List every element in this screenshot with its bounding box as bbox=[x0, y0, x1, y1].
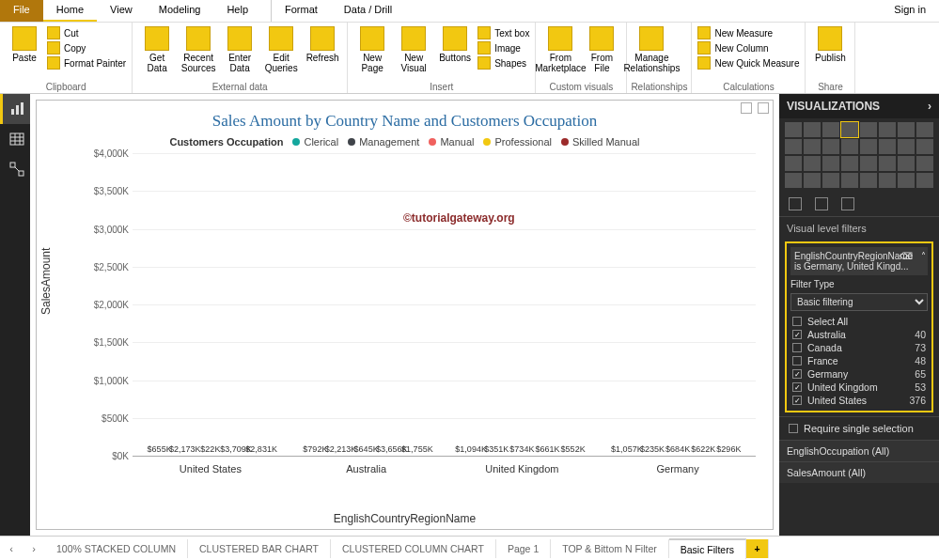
legend-item[interactable]: Skilled Manual bbox=[561, 136, 640, 148]
analytics-tab-icon[interactable] bbox=[841, 197, 854, 210]
cut-button[interactable]: Cut bbox=[47, 26, 126, 39]
from-marketplace-button[interactable]: From Marketplace bbox=[540, 24, 581, 75]
viz-type-button[interactable] bbox=[785, 139, 802, 154]
viz-type-button[interactable] bbox=[822, 139, 839, 154]
tabs-prev[interactable]: ‹ bbox=[0, 543, 23, 554]
filter-salesamount[interactable]: SalesAmount (All) bbox=[779, 461, 939, 483]
viz-type-button[interactable] bbox=[860, 139, 877, 154]
manage-relationships-button[interactable]: Manage Relationships bbox=[631, 24, 672, 75]
filter-type-select[interactable]: Basic filtering bbox=[790, 293, 928, 311]
viz-type-button[interactable] bbox=[822, 173, 839, 188]
filter-item[interactable]: France48 bbox=[790, 354, 928, 367]
viz-type-button[interactable] bbox=[879, 139, 896, 154]
page-tab[interactable]: Basic Filters bbox=[669, 538, 746, 559]
menu-data-drill[interactable]: Data / Drill bbox=[331, 0, 405, 22]
require-single-selection[interactable]: Require single selection bbox=[779, 416, 939, 440]
legend-item[interactable]: Manual bbox=[429, 136, 474, 148]
clear-filter-icon[interactable]: ⌫ bbox=[900, 251, 913, 261]
viz-pane-header[interactable]: VISUALIZATIONS › bbox=[779, 94, 939, 118]
viz-type-button[interactable] bbox=[916, 173, 933, 188]
viz-type-button[interactable] bbox=[898, 122, 915, 137]
checkbox-icon[interactable] bbox=[792, 343, 802, 352]
new-column-button[interactable]: New Column bbox=[697, 41, 799, 54]
new-page-button[interactable]: New Page bbox=[352, 24, 393, 75]
data-view-button[interactable] bbox=[0, 124, 30, 154]
filter-item[interactable]: Germany65 bbox=[790, 367, 928, 381]
checkbox-icon[interactable] bbox=[792, 356, 802, 366]
page-tab[interactable]: CLUSTERED COLUMN CHART bbox=[331, 539, 496, 558]
page-tab[interactable]: Page 1 bbox=[496, 539, 551, 558]
menu-format[interactable]: Format bbox=[271, 0, 331, 22]
viz-type-button[interactable] bbox=[898, 173, 915, 188]
from-file-button[interactable]: From File bbox=[581, 24, 622, 75]
signin-link[interactable]: Sign in bbox=[881, 0, 939, 22]
focus-mode-icon[interactable] bbox=[741, 102, 752, 114]
viz-type-button[interactable] bbox=[841, 122, 858, 137]
publish-button[interactable]: Publish bbox=[809, 24, 851, 65]
page-tab[interactable]: TOP & Bittom N Filter bbox=[551, 539, 669, 558]
image-button[interactable]: Image bbox=[477, 41, 529, 54]
viz-type-button[interactable] bbox=[860, 173, 877, 188]
tabs-next[interactable]: › bbox=[23, 543, 45, 554]
shapes-button[interactable]: Shapes bbox=[477, 56, 529, 70]
textbox-button[interactable]: Text box bbox=[477, 26, 529, 39]
filter-item[interactable]: United Kingdom53 bbox=[790, 381, 928, 394]
enter-data-button[interactable]: Enter Data bbox=[219, 24, 260, 75]
viz-type-button[interactable] bbox=[860, 122, 877, 137]
checkbox-icon[interactable] bbox=[792, 396, 802, 405]
add-page-button[interactable]: + bbox=[746, 539, 769, 558]
viz-type-button[interactable] bbox=[879, 173, 896, 188]
new-visual-button[interactable]: New Visual bbox=[393, 24, 434, 75]
filter-field-header[interactable]: EnglishCountryRegionName is Germany, Uni… bbox=[790, 247, 928, 275]
get-data-button[interactable]: Get Data bbox=[136, 24, 178, 75]
checkbox-icon[interactable] bbox=[792, 382, 802, 392]
menu-file[interactable]: File bbox=[0, 0, 43, 22]
menu-help[interactable]: Help bbox=[213, 0, 261, 22]
viz-type-button[interactable] bbox=[916, 122, 933, 137]
report-view-button[interactable] bbox=[0, 94, 30, 124]
filter-occupation[interactable]: EnglishOccupation (All) bbox=[779, 440, 939, 461]
viz-type-button[interactable] bbox=[898, 156, 915, 171]
checkbox-icon[interactable] bbox=[792, 369, 802, 379]
page-tab[interactable]: 100% STACKED COLUMN bbox=[45, 539, 188, 558]
menu-view[interactable]: View bbox=[97, 0, 146, 22]
viz-type-button[interactable] bbox=[879, 122, 896, 137]
viz-type-button[interactable] bbox=[785, 122, 802, 137]
viz-type-button[interactable] bbox=[841, 156, 858, 171]
paste-button[interactable]: Paste bbox=[4, 24, 45, 65]
checkbox-icon[interactable] bbox=[792, 317, 802, 326]
viz-type-button[interactable] bbox=[898, 139, 915, 154]
model-view-button[interactable] bbox=[0, 154, 30, 184]
edit-queries-button[interactable]: Edit Queries bbox=[260, 24, 302, 75]
viz-type-button[interactable] bbox=[785, 156, 802, 171]
viz-type-button[interactable] bbox=[785, 173, 802, 188]
menu-home[interactable]: Home bbox=[43, 0, 97, 22]
checkbox-icon[interactable] bbox=[792, 330, 802, 339]
legend-item[interactable]: Professional bbox=[483, 136, 552, 148]
viz-type-button[interactable] bbox=[916, 156, 933, 171]
recent-sources-button[interactable]: Recent Sources bbox=[178, 24, 219, 75]
viz-type-button[interactable] bbox=[804, 173, 821, 188]
viz-type-button[interactable] bbox=[841, 173, 858, 188]
viz-type-button[interactable] bbox=[916, 139, 933, 154]
viz-type-button[interactable] bbox=[822, 156, 839, 171]
viz-type-button[interactable] bbox=[860, 156, 877, 171]
format-painter-button[interactable]: Format Painter bbox=[47, 56, 126, 70]
legend-item[interactable]: Clerical bbox=[292, 136, 338, 148]
viz-type-button[interactable] bbox=[879, 156, 896, 171]
refresh-button[interactable]: Refresh bbox=[302, 24, 343, 65]
filter-item[interactable]: Australia40 bbox=[790, 328, 928, 341]
new-measure-button[interactable]: New Measure bbox=[697, 26, 799, 39]
filter-item[interactable]: Canada73 bbox=[790, 341, 928, 354]
filter-item[interactable]: United States376 bbox=[790, 394, 928, 407]
more-options-icon[interactable] bbox=[758, 102, 769, 114]
page-tab[interactable]: CLUSTERED BAR CHART bbox=[188, 539, 331, 558]
legend-item[interactable]: Management bbox=[348, 136, 419, 148]
menu-modeling[interactable]: Modeling bbox=[146, 0, 214, 22]
require-single-checkbox[interactable] bbox=[789, 424, 798, 433]
viz-type-button[interactable] bbox=[804, 122, 821, 137]
buttons-button[interactable]: Buttons bbox=[434, 24, 476, 65]
filter-item[interactable]: Select All bbox=[790, 315, 928, 328]
viz-type-button[interactable] bbox=[822, 122, 839, 137]
viz-type-button[interactable] bbox=[804, 139, 821, 154]
